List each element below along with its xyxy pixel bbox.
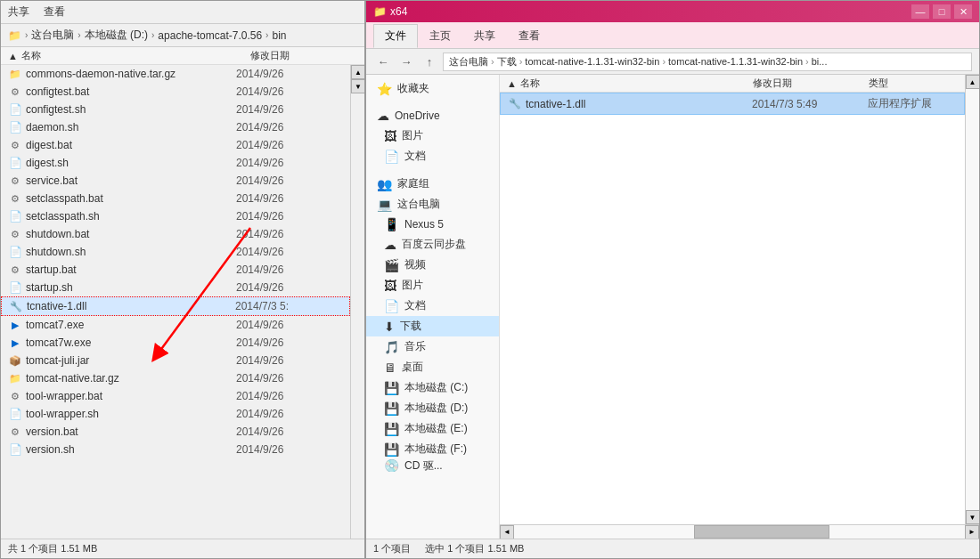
- sidebar-item-homegroup[interactable]: 👥 家庭组: [366, 174, 499, 194]
- left-explorer-window: 共享 查看 📁 › 这台电脑 › 本地磁盘 (D:) › apache-tomc…: [0, 0, 365, 559]
- sidebar-item-d[interactable]: 💾 本地磁盘 (D:): [366, 398, 499, 418]
- file-name-label: service.bat: [26, 174, 236, 187]
- scroll-up-right[interactable]: ▲: [966, 75, 980, 89]
- sidebar-item-pictures2[interactable]: 🖼 图片: [366, 275, 499, 296]
- sidebar-item-onedrive[interactable]: ☁ OneDrive: [366, 106, 499, 126]
- sh-icon: [8, 209, 22, 223]
- left-file-item[interactable]: tool-wrapper.bat2014/9/26: [1, 387, 350, 405]
- col-name-label[interactable]: 名称: [21, 49, 41, 62]
- ribbon-tab-共享[interactable]: 共享: [462, 24, 507, 48]
- right-col-type[interactable]: 类型: [869, 77, 958, 90]
- left-file-item[interactable]: tomcat-native.tar.gz2014/9/26: [1, 369, 350, 387]
- sidebar-item-baidu[interactable]: ☁ 百度云同步盘: [366, 234, 499, 255]
- left-file-item[interactable]: startup.sh2014/9/26: [1, 279, 350, 296]
- bat-icon: [8, 227, 22, 241]
- right-breadcrumb-bar[interactable]: 这台电脑 › 下载 › tomcat-native-1.1.31-win32-b…: [443, 53, 972, 71]
- file-name-label: commons-daemon-native.tar.gz: [26, 68, 236, 80]
- left-file-item[interactable]: tomcat7w.exe2014/9/26: [1, 334, 350, 352]
- right-status-selected: 选中 1 个项目 1.51 MB: [425, 542, 524, 555]
- sidebar-item-docs1[interactable]: 📄 文档: [366, 146, 499, 166]
- right-scrollbar-v[interactable]: ▲ ▼: [965, 75, 979, 524]
- sidebar-item-cd[interactable]: 💿 CD 驱...: [366, 459, 499, 472]
- right-col-name[interactable]: 名称: [520, 77, 540, 90]
- scroll-down-right[interactable]: ▼: [966, 510, 980, 524]
- scroll-down-btn[interactable]: ▼: [351, 79, 364, 93]
- left-status-text: 共 1 个项目 1.51 MB: [8, 543, 97, 554]
- sidebar-item-downloads[interactable]: ⬇ 下载: [366, 316, 499, 336]
- left-file-item[interactable]: configtest.sh2014/9/26: [1, 101, 350, 118]
- sidebar-item-c[interactable]: 💾 本地磁盘 (C:): [366, 377, 499, 398]
- sidebar-item-video[interactable]: 🎬 视频: [366, 255, 499, 275]
- bc-drive[interactable]: 本地磁盘 (D:): [85, 28, 148, 43]
- sidebar-item-pictures1[interactable]: 🖼 图片: [366, 126, 499, 146]
- ribbon-tab-查看[interactable]: 查看: [507, 24, 551, 48]
- left-file-item[interactable]: tool-wrapper.sh2014/9/26: [1, 405, 350, 423]
- scroll-up-btn[interactable]: ▲: [351, 65, 364, 79]
- nav-bar: ← → ↑ 这台电脑 › 下载 › tomcat-native-1.1.31-w…: [366, 49, 979, 75]
- bc-r-folder3: bi...: [812, 56, 828, 67]
- left-file-item[interactable]: configtest.bat2014/9/26: [1, 83, 350, 101]
- maximize-button[interactable]: □: [933, 4, 951, 19]
- left-file-item[interactable]: tomcat-juli.jar2014/9/26: [1, 352, 350, 369]
- scroll-right-right[interactable]: ►: [965, 525, 979, 539]
- left-file-item[interactable]: shutdown.sh2014/9/26: [1, 243, 350, 261]
- bc-computer[interactable]: 这台电脑: [31, 28, 74, 43]
- left-file-item[interactable]: commons-daemon-native.tar.gz2014/9/26: [1, 65, 350, 83]
- left-file-item[interactable]: setclasspath.bat2014/9/26: [1, 190, 350, 207]
- downloads-icon: ⬇: [384, 320, 395, 334]
- sidebar-item-thispc[interactable]: 💻 这台电脑: [366, 194, 499, 215]
- close-button[interactable]: ✕: [954, 4, 972, 19]
- left-file-item[interactable]: shutdown.bat2014/9/26: [1, 225, 350, 243]
- file-date-label: 2014/9/26: [236, 103, 343, 116]
- left-file-item[interactable]: service.bat2014/9/26: [1, 172, 350, 190]
- back-button[interactable]: ←: [373, 52, 393, 71]
- sidebar-item-music[interactable]: 🎵 音乐: [366, 336, 499, 357]
- right-scrollbar-h[interactable]: ◄ ►: [500, 524, 979, 539]
- right-col-date[interactable]: 修改日期: [753, 77, 869, 90]
- left-file-item[interactable]: tomcat7.exe2014/9/26: [1, 316, 350, 334]
- up-button[interactable]: ↑: [420, 52, 439, 71]
- file-date-label: 2014/9/26: [236, 121, 343, 134]
- tar-icon: [8, 67, 22, 81]
- bc-folder2[interactable]: bin: [272, 29, 286, 42]
- left-file-item[interactable]: daemon.sh2014/9/26: [1, 118, 350, 136]
- sidebar-item-f[interactable]: 💾 本地磁盘 (F:): [366, 439, 499, 459]
- sidebar-item-docs2[interactable]: 📄 文档: [366, 296, 499, 316]
- bat-icon: [8, 174, 22, 188]
- left-file-item[interactable]: setclasspath.sh2014/9/26: [1, 207, 350, 225]
- left-file-item[interactable]: digest.sh2014/9/26: [1, 154, 350, 172]
- scroll-left-right[interactable]: ◄: [500, 525, 514, 539]
- bat-icon: [8, 389, 22, 403]
- cd-icon: 💿: [384, 459, 399, 472]
- minimize-button[interactable]: —: [911, 4, 929, 19]
- left-scrollbar[interactable]: ▲ ▼: [350, 65, 364, 539]
- phone-icon: 📱: [384, 217, 399, 231]
- left-file-item[interactable]: version.bat2014/9/26: [1, 423, 350, 441]
- sh-icon: [8, 102, 22, 117]
- left-file-item[interactable]: digest.bat2014/9/26: [1, 136, 350, 154]
- window-title: x64: [390, 5, 407, 18]
- view-menu[interactable]: 查看: [44, 4, 65, 20]
- share-menu[interactable]: 共享: [8, 4, 29, 20]
- left-file-item[interactable]: startup.bat2014/9/26: [1, 261, 350, 279]
- onedrive-section: ☁ OneDrive 🖼 图片 📄 文档: [366, 106, 499, 166]
- sidebar-homegroup-label: 家庭组: [397, 176, 429, 191]
- ribbon-tab-主页[interactable]: 主页: [418, 24, 462, 48]
- left-file-item[interactable]: version.sh2014/9/26: [1, 441, 350, 458]
- file-name-label: setclasspath.bat: [26, 192, 236, 205]
- left-file-item[interactable]: tcnative-1.dll2014/7/3 5:: [1, 296, 350, 316]
- sidebar-item-desktop[interactable]: 🖥 桌面: [366, 357, 499, 377]
- sidebar-item-favorites[interactable]: ⭐ 收藏夹: [366, 78, 499, 99]
- sidebar-baidu-label: 百度云同步盘: [402, 237, 466, 252]
- ribbon-tab-文件[interactable]: 文件: [373, 24, 418, 48]
- hdd-c-icon: 💾: [384, 381, 399, 395]
- right-file-item-dll[interactable]: tcnative-1.dll 2014/7/3 5:49 应用程序扩展: [500, 93, 965, 115]
- sidebar-item-nexus[interactable]: 📱 Nexus 5: [366, 215, 499, 234]
- forward-button[interactable]: →: [396, 52, 416, 71]
- file-date-label: 2014/9/26: [236, 174, 343, 187]
- sidebar-item-e[interactable]: 💾 本地磁盘 (E:): [366, 418, 499, 439]
- right-file-area: ▲ 名称 修改日期 类型 tcnative-1.dll 2014/7/3 5:4…: [500, 75, 979, 539]
- sidebar-d-label: 本地磁盘 (D:): [404, 401, 468, 416]
- col-date-label[interactable]: 修改日期: [250, 49, 357, 62]
- bc-folder1[interactable]: apache-tomcat-7.0.56: [158, 29, 262, 42]
